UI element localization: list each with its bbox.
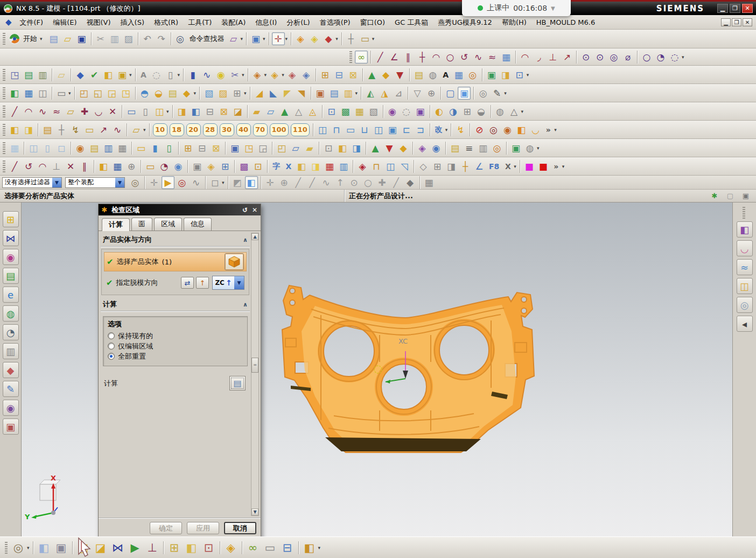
toolbar-button[interactable]: ◧: [190, 105, 202, 118]
toolbar-button[interactable]: ▮: [149, 142, 162, 155]
toolbar-button[interactable]: ⊙: [579, 51, 592, 64]
toolbar-button[interactable]: ◪: [232, 105, 244, 118]
toolbar-button[interactable]: ▣: [53, 540, 69, 556]
toolbar-button[interactable]: ◆: [397, 142, 410, 155]
toolbar-button[interactable]: ∿: [36, 105, 49, 118]
toolbar-button[interactable]: ✎: [491, 87, 503, 100]
menu-item[interactable]: 窗口(O): [355, 17, 390, 28]
menu-item[interactable]: HB_MOULD M6.6: [531, 17, 600, 28]
dropdown-caret-icon[interactable]: ▾: [521, 109, 524, 114]
toolbar-button[interactable]: ◉: [3, 400, 19, 416]
toolbar-button[interactable]: ◫: [737, 278, 753, 294]
size-button-28[interactable]: 28: [203, 123, 218, 136]
toolbar-button[interactable]: ▭: [344, 123, 357, 136]
toolbar-button[interactable]: ⊞: [230, 87, 243, 100]
toolbar-button[interactable]: ⊡: [322, 142, 335, 155]
toolbar-button[interactable]: ◔: [3, 324, 19, 340]
toolbar-button[interactable]: ◬: [306, 105, 319, 118]
toolbar-button[interactable]: ◒: [152, 87, 165, 100]
dropdown-caret-icon[interactable]: ▾: [263, 36, 265, 41]
toolbar-button[interactable]: ◎: [176, 176, 188, 189]
toolbar-button[interactable]: ↺: [458, 51, 471, 64]
toolbar-button[interactable]: ▥: [337, 160, 350, 173]
toolbar-button[interactable]: ▭: [83, 123, 96, 136]
toolbar-button[interactable]: ▥: [477, 142, 489, 155]
toolbar-button[interactable]: ⊐: [414, 123, 427, 136]
toolbar-button[interactable]: ◠: [519, 51, 531, 64]
toolbar-button[interactable]: ▣: [3, 418, 19, 435]
toolbar-button[interactable]: ▦: [116, 142, 129, 155]
collapse-icon[interactable]: ∧: [243, 236, 248, 243]
toolbar-button[interactable]: ▥: [102, 142, 115, 155]
menu-item[interactable]: 视图(V): [82, 17, 116, 28]
dropdown-caret-icon[interactable]: ▾: [355, 90, 358, 96]
tab-info[interactable]: 信息: [184, 218, 212, 231]
menu-item[interactable]: 分析(L): [282, 17, 314, 28]
size-button-30[interactable]: 30: [220, 123, 234, 136]
menu-item[interactable]: 帮助(H): [497, 17, 531, 28]
toolbar-button[interactable]: ◡: [92, 105, 105, 118]
toolbar-button[interactable]: ∿: [190, 176, 202, 189]
toolbar-button-active[interactable]: ▣: [458, 87, 471, 100]
toolbar-button[interactable]: ◨: [350, 142, 363, 155]
toolbar-button[interactable]: ◌: [668, 51, 681, 64]
toolbar-text-button[interactable]: e: [3, 287, 19, 303]
toolbar-button[interactable]: ╱: [292, 176, 305, 189]
dropdown-caret-icon[interactable]: ▾: [194, 90, 197, 96]
toolbar-button[interactable]: ▦: [353, 105, 366, 118]
size-button-100[interactable]: 100: [270, 123, 289, 136]
toolbar-button[interactable]: ▲: [366, 68, 379, 81]
toolbar-button[interactable]: ⊕: [125, 160, 138, 173]
toolbar-text-button[interactable]: X: [502, 160, 513, 173]
toolbar-button[interactable]: ◧: [8, 87, 21, 100]
toolbar-button[interactable]: ⊡: [201, 540, 217, 556]
toolbar-button[interactable]: ▱: [130, 123, 143, 136]
toolbar-button[interactable]: ◆: [322, 32, 335, 45]
check-region-dialog[interactable]: ✱ 检查区域 ↺ ✕ 计算 面 区域 信息 产品实体与方向 ∧ ✔: [98, 204, 261, 536]
dropdown-caret-icon[interactable]: ▾: [285, 36, 288, 41]
toolbar-button[interactable]: ▼: [394, 68, 407, 81]
toolbar-button[interactable]: ◎: [174, 32, 187, 45]
toolbar-button[interactable]: ▤: [22, 68, 35, 81]
toolbar-button[interactable]: ▧: [202, 87, 215, 100]
toolbar-button[interactable]: ◉: [3, 249, 19, 265]
toolbar-button[interactable]: ▧: [367, 105, 380, 118]
menu-item[interactable]: 装配(A): [216, 17, 250, 28]
toolbar-button[interactable]: ◒: [475, 105, 488, 118]
toolbar-button[interactable]: ◠: [430, 51, 443, 64]
toolbar-button[interactable]: ▯: [164, 68, 177, 81]
dropdown-caret-icon[interactable]: ▾: [166, 109, 169, 114]
doc-close-button[interactable]: ✕: [743, 18, 752, 26]
dropdown-arrow-icon[interactable]: ▼: [234, 276, 244, 289]
toolbar-button[interactable]: ◨: [309, 160, 322, 173]
radio-checked-icon[interactable]: [108, 353, 115, 360]
toolbar-button[interactable]: ▣: [509, 142, 522, 155]
menu-item[interactable]: 编辑(E): [48, 17, 81, 28]
toolbar-button[interactable]: ✚: [78, 105, 91, 118]
toolbar-button[interactable]: ◓: [138, 87, 151, 100]
maximize-button[interactable]: ❐: [730, 4, 740, 13]
toolbar-button-active[interactable]: ∞: [355, 51, 368, 64]
collapse-icon[interactable]: ∧: [243, 301, 248, 308]
toolbar-button[interactable]: ◍: [426, 68, 439, 81]
dropdown-caret-icon[interactable]: ▾: [335, 36, 338, 41]
toolbar-button-active[interactable]: ◧: [245, 176, 258, 189]
toolbar-button[interactable]: ╱: [306, 176, 319, 189]
toolbar-button[interactable]: ◎: [477, 87, 489, 100]
dropdown-caret-icon[interactable]: ▾: [504, 90, 507, 96]
toolbar-button[interactable]: ✂: [94, 32, 107, 45]
toolbar-button[interactable]: ◌: [150, 68, 163, 81]
toolbar-button[interactable]: ◌: [400, 105, 413, 118]
toolbar-button[interactable]: ◎: [487, 123, 500, 136]
toolbar-button[interactable]: ▨: [216, 87, 229, 100]
toolbar-button-active[interactable]: ▶: [162, 176, 174, 189]
toolbar-button[interactable]: ◳: [8, 68, 21, 81]
axis-combo[interactable]: ZC ↑ ▼: [212, 276, 244, 290]
toolbar-button[interactable]: ▱: [227, 32, 240, 45]
toolbar-button[interactable]: ◍: [523, 142, 536, 155]
toolbar-button[interactable]: ▣: [386, 123, 399, 136]
toolbar-button[interactable]: ⊔: [358, 123, 371, 136]
toolbar-button[interactable]: ≡: [463, 142, 475, 155]
toolbar-button[interactable]: ✛: [264, 176, 277, 189]
toolbar-text-button[interactable]: »: [551, 160, 562, 173]
